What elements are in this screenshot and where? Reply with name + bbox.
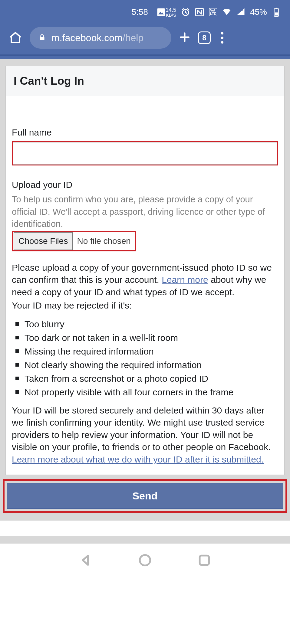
send-button-wrap: Send bbox=[3, 479, 287, 513]
svg-rect-0 bbox=[157, 8, 165, 16]
svg-rect-6 bbox=[276, 8, 277, 9]
wifi-icon bbox=[222, 8, 231, 17]
list-item: Not properly visible with all four corne… bbox=[12, 385, 278, 399]
android-nav-bar bbox=[0, 544, 290, 577]
list-item: Too dark or not taken in a well-lit room bbox=[12, 331, 278, 345]
full-name-label: Full name bbox=[12, 126, 278, 139]
svg-rect-8 bbox=[40, 37, 44, 40]
full-name-highlight bbox=[12, 141, 278, 165]
lock-icon bbox=[38, 33, 46, 43]
alarm-icon bbox=[181, 8, 190, 17]
upload-id-section: Upload your ID To help us confirm who yo… bbox=[12, 179, 278, 251]
send-button[interactable]: Send bbox=[7, 483, 283, 509]
tab-switcher-button[interactable]: 8 bbox=[198, 31, 211, 44]
list-item: Not clearly showing the required informa… bbox=[12, 358, 278, 372]
help-card: I Can't Log In Full name Upload your ID … bbox=[5, 66, 285, 475]
browser-toolbar: m.facebook.com/help 8 bbox=[0, 24, 290, 54]
upload-id-label: Upload your ID bbox=[12, 179, 278, 191]
file-picker-highlight: Choose Files No file chosen bbox=[12, 231, 136, 251]
back-icon[interactable] bbox=[79, 553, 93, 567]
nfc-icon bbox=[195, 8, 204, 17]
svg-rect-7 bbox=[275, 12, 278, 15]
full-name-field-group: Full name bbox=[12, 126, 278, 165]
svg-text:x: x bbox=[241, 8, 243, 11]
reject-intro: Your ID may be rejected if it's: bbox=[12, 299, 278, 312]
new-tab-icon[interactable] bbox=[179, 31, 191, 44]
android-status-bar: 5:58 14.5 KB/S Vo\LTE x 45% bbox=[0, 0, 290, 24]
learn-more-link-storage[interactable]: Learn more about what we do with your ID… bbox=[12, 454, 264, 464]
battery-icon bbox=[272, 8, 281, 17]
storage-paragraph: Your ID will be stored securely and dele… bbox=[12, 404, 278, 453]
choose-files-button[interactable]: Choose Files bbox=[14, 232, 73, 250]
home-nav-icon[interactable] bbox=[138, 553, 152, 567]
svg-point-9 bbox=[140, 555, 150, 566]
battery-percentage: 45% bbox=[250, 7, 267, 17]
list-item: Missing the required information bbox=[12, 345, 278, 358]
network-speed-icon: 14.5 KB/S bbox=[166, 7, 176, 17]
status-clock: 5:58 bbox=[131, 7, 148, 17]
recents-icon[interactable] bbox=[197, 553, 211, 567]
svg-rect-10 bbox=[200, 556, 209, 565]
list-item: Too blurry bbox=[12, 317, 278, 331]
file-status-text: No file chosen bbox=[77, 235, 130, 247]
volte-icon: Vo\LTE bbox=[209, 8, 217, 16]
cellular-signal-icon: x bbox=[236, 8, 245, 17]
home-icon[interactable] bbox=[8, 31, 22, 45]
fb-top-border bbox=[0, 54, 290, 59]
page-background: I Can't Log In Full name Upload your ID … bbox=[0, 59, 290, 544]
url-text: m.facebook.com/help bbox=[51, 32, 143, 44]
overflow-menu-icon[interactable] bbox=[218, 32, 226, 44]
address-bar[interactable]: m.facebook.com/help bbox=[30, 27, 171, 49]
learn-more-link-id-types[interactable]: Learn more bbox=[162, 275, 208, 285]
screenshot-thumbnail-icon bbox=[157, 8, 166, 17]
upload-help-text: To help us confirm who you are, please p… bbox=[12, 193, 278, 230]
page-title: I Can't Log In bbox=[14, 75, 276, 87]
send-button-highlight: Send bbox=[3, 479, 287, 513]
card-header: I Can't Log In bbox=[6, 66, 284, 96]
full-name-input[interactable] bbox=[13, 142, 277, 165]
reject-reasons-list: Too blurry Too dark or not taken in a we… bbox=[12, 317, 278, 399]
list-item: Taken from a screenshot or a photo copie… bbox=[12, 372, 278, 385]
instruction-paragraph: Please upload a copy of your government-… bbox=[12, 262, 278, 299]
